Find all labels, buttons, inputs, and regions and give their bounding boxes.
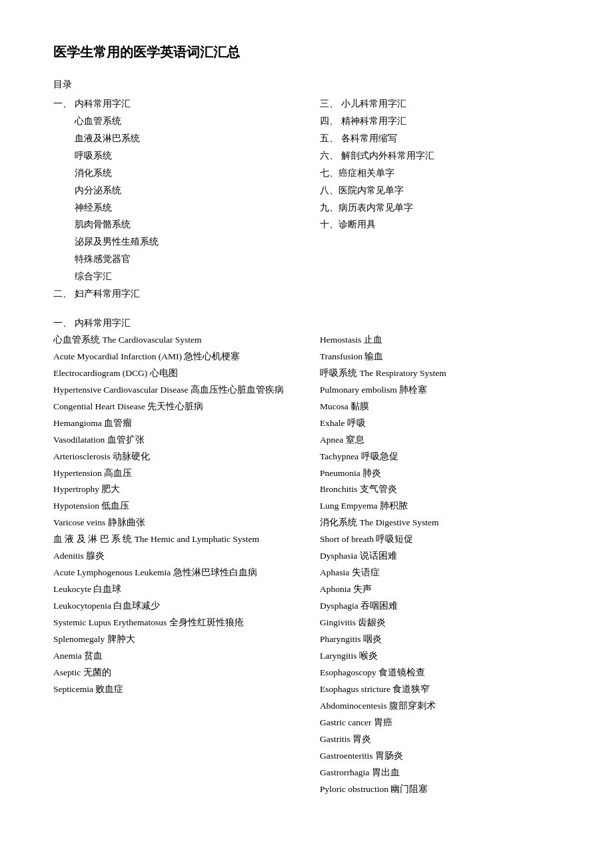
content-col-left: 心血管系统 The Cardiovascular SystemAcute Myo…	[53, 332, 293, 798]
toc-item: 肌肉骨骼系统	[53, 216, 293, 233]
content-entry: Hypertension 高血压	[53, 465, 293, 482]
content-entry: Varicose veins 静脉曲张	[53, 515, 293, 531]
content-entry: Pyloric obstruction 幽门阻塞	[320, 781, 560, 798]
content-entry: Dysphasia 说话困难	[320, 548, 560, 565]
content-entry: Splenomegaly 脾肿大	[53, 631, 293, 648]
content-entry: Hypertensive Cardiovascular Disease 高血压性…	[53, 382, 293, 399]
toc-section: 目录 一、 内科常用字汇心血管系统血液及淋巴系统呼吸系统消化系统内分泌系统神经系…	[53, 76, 560, 303]
page-title: 医学生常用的医学英语词汇汇总	[53, 40, 560, 64]
toc-item: 泌尿及男性生殖系统	[53, 233, 293, 251]
content-entry: Short of breath 呼吸短促	[320, 531, 560, 548]
toc-label: 目录	[53, 76, 560, 93]
toc-grid: 一、 内科常用字汇心血管系统血液及淋巴系统呼吸系统消化系统内分泌系统神经系统肌肉…	[53, 95, 560, 303]
toc-col-left: 一、 内科常用字汇心血管系统血液及淋巴系统呼吸系统消化系统内分泌系统神经系统肌肉…	[53, 95, 293, 303]
toc-item: 十、诊断用具	[320, 216, 560, 233]
toc-item: 血液及淋巴系统	[53, 130, 293, 147]
content-entry: 血 液 及 淋 巴 系 统 The Hemic and Lymphatic Sy…	[53, 531, 293, 548]
content-entry: Congential Heart Disease 先天性心脏病	[53, 399, 293, 415]
content-entry: Systemic Lupus Erythematosus 全身性红斑性狼疮	[53, 615, 293, 631]
content-entry: Vasodilatation 血管扩张	[53, 432, 293, 449]
content-entry: Electrocardiogram (DCG) 心电图	[53, 365, 293, 382]
content-entry: Acute Myocardial Infarction (AMI) 急性心机梗塞	[53, 349, 293, 365]
content-entry: Gastrorrhagia 胃出血	[320, 765, 560, 781]
content-entry: Apnea 窒息	[320, 432, 560, 449]
content-entry: Aseptic 无菌的	[53, 665, 293, 681]
content-entry: Esophagus stricture 食道狭窄	[320, 681, 560, 698]
content-grid: 心血管系统 The Cardiovascular SystemAcute Myo…	[53, 332, 560, 798]
toc-item: 特殊感觉器官	[53, 251, 293, 268]
content-entry: Laryngitis 喉炎	[320, 648, 560, 665]
content-entry: Bronchitis 支气管炎	[320, 481, 560, 498]
content-entry: Hemostasis 止血	[320, 332, 560, 349]
content-entry: Hypertrophy 肥大	[53, 481, 293, 498]
content-entry: Hemangioma 血管瘤	[53, 415, 293, 432]
content-entry: Leukocyte 白血球	[53, 581, 293, 598]
content-col-right: Hemostasis 止血Transfusion 输血呼吸系统 The Resp…	[320, 332, 560, 798]
toc-item: 五、 各科常用缩写	[320, 130, 560, 147]
content-entry: Hypotension 低血压	[53, 498, 293, 515]
section1-heading: 一、 内科常用字汇	[53, 315, 560, 332]
toc-item: 呼吸系统	[53, 147, 293, 165]
content-entry: Mucosa 黏膜	[320, 399, 560, 415]
content-entry: Gingivitis 齿龈炎	[320, 615, 560, 631]
toc-item: 一、 内科常用字汇	[53, 95, 293, 113]
toc-item: 三、 小儿科常用字汇	[320, 95, 560, 113]
toc-item: 消化系统	[53, 165, 293, 182]
content-entry: Lung Empyema 肺积脓	[320, 498, 560, 515]
content-entry: Septicemia 败血症	[53, 681, 293, 698]
toc-item: 七、癌症相关单字	[320, 165, 560, 182]
toc-item: 神经系统	[53, 199, 293, 217]
toc-item: 心血管系统	[53, 113, 293, 130]
toc-item: 六、 解剖式内外科常用字汇	[320, 147, 560, 165]
toc-item: 四、 精神科常用字汇	[320, 113, 560, 130]
toc-item: 综合字汇	[53, 268, 293, 285]
content-entry: Transfusion 输血	[320, 349, 560, 365]
content-entry: Pulmonary embolism 肺栓塞	[320, 382, 560, 399]
toc-item: 内分泌系统	[53, 182, 293, 199]
toc-item: 九、病历表内常见单字	[320, 199, 560, 217]
toc-col-right: 三、 小儿科常用字汇四、 精神科常用字汇五、 各科常用缩写六、 解剖式内外科常用…	[320, 95, 560, 303]
content-entry: Aphonia 失声	[320, 581, 560, 598]
content-entry: Aphasia 失语症	[320, 565, 560, 581]
content-entry: 心血管系统 The Cardiovascular System	[53, 332, 293, 349]
content-entry: Pneumonia 肺炎	[320, 465, 560, 482]
content-entry: Tachypnea 呼吸急促	[320, 449, 560, 465]
content-entry: Dysphagia 吞咽困难	[320, 598, 560, 615]
content-entry: 呼吸系统 The Respiratory System	[320, 365, 560, 382]
toc-item: 八、医院内常见单字	[320, 182, 560, 199]
content-entry: Esophagoscopy 食道镜检查	[320, 665, 560, 681]
content-entry: Exhale 呼吸	[320, 415, 560, 432]
content-entry: Anemia 贫血	[53, 648, 293, 665]
content-entry: Pharyngitis 咽炎	[320, 631, 560, 648]
content-entry: Gastritis 胃炎	[320, 731, 560, 748]
content-entry: Gastroenteritis 胃肠炎	[320, 748, 560, 765]
content-entry: Abdominocentesis 腹部穿刺术	[320, 698, 560, 715]
content-entry: Acute Lymphogenous Leukemia 急性淋巴球性白血病	[53, 565, 293, 581]
content-entry: Arteriosclerosis 动脉硬化	[53, 449, 293, 465]
toc-item: 二、 妇产科常用字汇	[53, 285, 293, 303]
content-entry: Leukocytopenia 白血球减少	[53, 598, 293, 615]
content-entry: Adenitis 腺炎	[53, 548, 293, 565]
content-entry: 消化系统 The Digestive System	[320, 515, 560, 531]
content-entry: Gastric cancer 胃癌	[320, 715, 560, 731]
